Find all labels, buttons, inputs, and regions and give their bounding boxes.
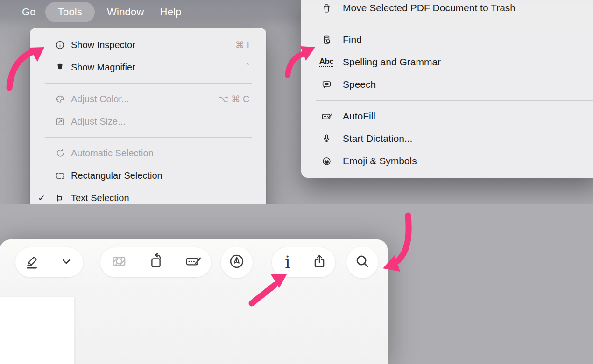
toolbar-group-markup-tools — [15, 247, 83, 277]
share-icon — [310, 252, 329, 273]
menu-item-automatic-selection: Automatic Selection — [30, 142, 266, 164]
menu-item-autofill[interactable]: AutoFill — [301, 105, 593, 127]
auto-selection-icon — [49, 147, 70, 160]
menu-item-text-selection[interactable]: ✓Text Selection — [30, 187, 266, 204]
menu-item-shortcut: ⌥ ⌘ C — [218, 94, 249, 105]
menu-separator — [45, 137, 252, 138]
info-icon: i — [285, 252, 290, 273]
menu-separator — [316, 24, 593, 24]
menu-item-adjust-color: Adjust Color...⌥ ⌘ C — [30, 88, 266, 110]
menubar-item-go[interactable]: Go — [15, 2, 42, 22]
chevron-down-icon — [57, 252, 76, 273]
menu-item-show-magnifier[interactable]: Show Magnifier` — [30, 56, 266, 78]
menu-item-adjust-size: Adjust Size... — [30, 110, 266, 133]
checkmark-icon: ✓ — [35, 192, 49, 203]
menu-item-label: Spelling and Grammar — [343, 56, 441, 68]
autofill-button[interactable] — [174, 247, 211, 277]
abc-icon: Abc — [316, 57, 337, 67]
menu-item-label: Move Selected PDF Document to Trash — [343, 2, 515, 14]
menu-item-speech[interactable]: Speech — [301, 73, 593, 96]
menu-item-label: Start Dictation... — [343, 133, 412, 144]
loupe-icon — [49, 61, 70, 74]
menu-item-label: Speech — [343, 79, 376, 90]
menu-item-label: AutoFill — [343, 111, 375, 122]
speech-icon — [316, 78, 337, 91]
markup-button[interactable] — [15, 247, 49, 277]
emoji-icon — [316, 155, 337, 168]
menu-separator — [316, 100, 593, 101]
search-icon — [353, 252, 372, 273]
menu-item-rectangular-selection[interactable]: Rectangular Selection — [30, 164, 266, 187]
window-toolbar: i — [0, 239, 388, 286]
menubar-item-help[interactable]: Help — [154, 2, 188, 22]
menu-separator — [45, 83, 252, 84]
context-menu: Move Selected PDF Document to TrashFindA… — [301, 0, 593, 178]
screenshot-root: { "colors": { "accent_pink": "#F5357E", … — [0, 0, 593, 364]
menu-item-label: Adjust Color... — [71, 94, 129, 105]
rectangular-selection-icon — [49, 169, 70, 182]
menu-item-label: Adjust Size... — [71, 116, 126, 127]
info-icon: i — [285, 254, 290, 271]
info-button[interactable]: i — [272, 247, 304, 277]
toolbar-group-markup-toggle — [221, 246, 253, 278]
menu-item-shortcut: ` — [247, 62, 250, 73]
microphone-icon — [316, 133, 337, 145]
menu-item-emoji-symbols[interactable]: Emoji & Symbols — [301, 150, 593, 172]
window-section: i — [0, 204, 593, 364]
abc-icon: Abc — [319, 57, 334, 67]
markup-toolbar-toggle-button[interactable] — [221, 246, 253, 278]
menubar-item-window[interactable]: Window — [100, 2, 150, 22]
menu-item-find[interactable]: Find — [301, 28, 593, 51]
toolbar-group-info-share: i — [272, 247, 335, 277]
find-icon — [316, 34, 337, 46]
search-button[interactable] — [346, 246, 378, 278]
menu-item-move-selected-pdf-document-to-trash[interactable]: Move Selected PDF Document to Trash — [301, 0, 593, 19]
share-button[interactable] — [304, 247, 335, 277]
menubar-item-tools[interactable]: Tools — [45, 2, 95, 22]
menu-item-spelling-and-grammar[interactable]: AbcSpelling and Grammar — [301, 51, 593, 73]
redact-button — [100, 247, 137, 277]
markup-dropdown-button[interactable] — [49, 247, 83, 277]
toolbar-group-edit-tools — [100, 247, 211, 277]
trash-icon — [316, 2, 337, 14]
autofill-field-icon — [316, 110, 337, 123]
menu-item-label: Show Magnifier — [71, 62, 135, 73]
tools-menu: Show Inspector⌘ IShow Magnifier`Adjust C… — [30, 28, 266, 204]
resize-icon — [49, 115, 70, 128]
menu-item-label: Find — [343, 34, 362, 45]
menu-item-label: Emoji & Symbols — [343, 155, 417, 167]
menu-item-show-inspector[interactable]: Show Inspector⌘ I — [30, 34, 266, 56]
menu-item-label: Text Selection — [71, 193, 129, 203]
rotate-left-icon — [147, 252, 165, 273]
redact-icon — [110, 252, 128, 273]
menu-item-label: Automatic Selection — [71, 148, 154, 159]
menu-item-shortcut: ⌘ I — [235, 40, 249, 50]
autofill-field-toolbar-icon — [184, 252, 202, 273]
menus-section: GoToolsWindowHelp Show Inspector⌘ IShow … — [0, 0, 593, 204]
toolbar-group-search — [346, 246, 378, 278]
markup-pencil-icon — [23, 252, 42, 273]
menu-item-label: Show Inspector — [71, 40, 135, 50]
info-circle-icon — [49, 39, 70, 51]
menu-item-start-dictation[interactable]: Start Dictation... — [301, 127, 593, 150]
preview-window: i — [0, 239, 388, 364]
menu-item-label: Rectangular Selection — [71, 170, 162, 181]
rotate-button[interactable] — [137, 247, 174, 277]
palette-icon — [49, 93, 70, 105]
document-page — [0, 297, 74, 364]
text-selection-icon — [49, 192, 70, 204]
pen-nib-circle-icon — [227, 252, 247, 273]
